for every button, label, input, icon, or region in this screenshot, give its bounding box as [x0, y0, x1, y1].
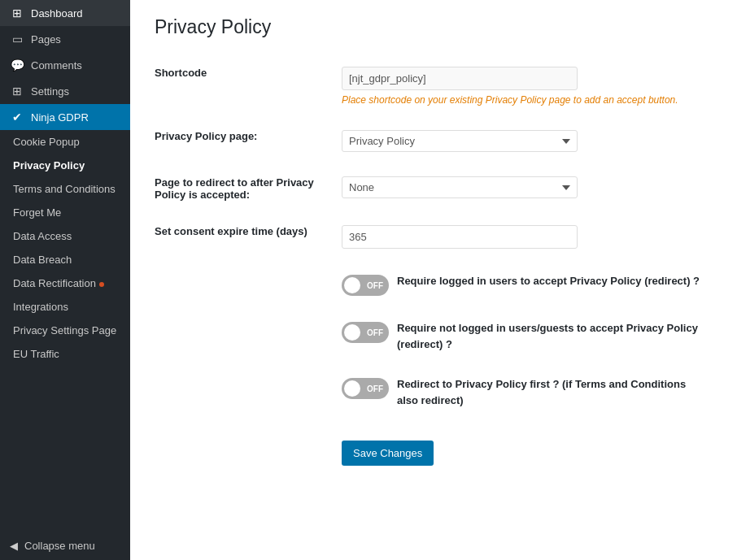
- collapse-menu-button[interactable]: ◀ Collapse menu: [0, 532, 130, 560]
- sidebar-item-privacy-settings-page[interactable]: Privacy Settings Page: [0, 319, 130, 342]
- toggle-slider: Off: [342, 322, 389, 343]
- pages-icon: ▭: [10, 33, 24, 46]
- toggle-off-label: Off: [367, 384, 383, 393]
- save-cell: Save Changes: [334, 420, 713, 478]
- comments-icon: 💬: [10, 59, 24, 72]
- save-label-cell: [155, 420, 334, 478]
- redirect-page-row: Page to redirect to after Privacy Policy…: [155, 164, 713, 213]
- expire-days-row: Set consent expire time (days): [155, 213, 713, 261]
- sidebar-item-comments[interactable]: 💬 Comments: [0, 52, 130, 78]
- sidebar-item-integrations[interactable]: Integrations: [0, 295, 130, 319]
- save-button[interactable]: Save Changes: [342, 441, 434, 466]
- sidebar-item-eu-traffic[interactable]: EU Traffic: [0, 342, 130, 366]
- require-not-logged-in-row: Off Require not logged in users/guests t…: [155, 308, 713, 364]
- form-table: Shortcode Place shortcode on your existi…: [155, 54, 713, 478]
- privacy-policy-page-select[interactable]: Privacy Policy None: [342, 130, 578, 152]
- dashboard-icon: ⊞: [10, 7, 24, 20]
- sidebar-item-privacy-policy[interactable]: Privacy Policy: [0, 154, 130, 177]
- redirect-privacy-first-wrapper: Off Redirect to Privacy Policy first ? (…: [342, 376, 704, 408]
- privacy-policy-page-label: Privacy Policy page:: [155, 118, 334, 164]
- toggle-off-label: Off: [367, 328, 383, 337]
- ninja-gdpr-icon: ✔: [10, 111, 24, 124]
- sidebar-item-dashboard[interactable]: ⊞ Dashboard: [0, 0, 130, 26]
- expire-days-input[interactable]: [342, 225, 578, 249]
- shortcode-input[interactable]: [342, 67, 578, 90]
- toggle-slider: Off: [342, 378, 389, 399]
- require-logged-in-row: Off Require logged in users to accept Pr…: [155, 261, 713, 308]
- redirect-page-label: Page to redirect to after Privacy Policy…: [155, 164, 334, 213]
- shortcode-cell: Place shortcode on your existing Privacy…: [334, 54, 713, 118]
- sidebar-item-terms-and-conditions[interactable]: Terms and Conditions: [0, 177, 130, 201]
- sidebar-item-forget-me[interactable]: Forget Me: [0, 201, 130, 224]
- sidebar-item-label: Settings: [31, 85, 69, 98]
- expire-days-cell: [334, 213, 713, 261]
- redirect-privacy-first-text: Redirect to Privacy Policy first ? (if T…: [397, 376, 704, 408]
- save-row: Save Changes: [155, 420, 713, 478]
- main-content: Privacy Policy Shortcode Place shortcode…: [130, 0, 737, 560]
- shortcode-row: Shortcode Place shortcode on your existi…: [155, 54, 713, 118]
- sidebar-item-pages[interactable]: ▭ Pages: [0, 26, 130, 52]
- redirect-page-cell: None Privacy Policy: [334, 164, 713, 213]
- sidebar-item-label: Ninja GDPR: [31, 111, 89, 124]
- redirect-privacy-first-label: [155, 364, 334, 420]
- redirect-privacy-first-toggle[interactable]: Off: [342, 378, 389, 399]
- redirect-privacy-first-cell: Off Redirect to Privacy Policy first ? (…: [334, 364, 713, 420]
- sidebar-item-label: Comments: [31, 59, 82, 72]
- collapse-label: Collapse menu: [24, 540, 95, 552]
- require-not-logged-in-toggle[interactable]: Off: [342, 322, 389, 343]
- require-not-logged-in-text: Require not logged in users/guests to ac…: [397, 320, 704, 352]
- sidebar-item-label: Pages: [31, 33, 61, 46]
- shortcode-label: Shortcode: [155, 54, 334, 118]
- settings-icon: ⊞: [10, 85, 24, 98]
- require-logged-in-text: Require logged in users to accept Privac…: [397, 273, 700, 289]
- sidebar-item-data-rectification[interactable]: Data Rectification: [0, 271, 130, 295]
- sidebar-submenu: Cookie Popup Privacy Policy Terms and Co…: [0, 130, 130, 366]
- sidebar: ⊞ Dashboard ▭ Pages 💬 Comments ⊞ Setting…: [0, 0, 130, 560]
- require-logged-in-toggle[interactable]: Off: [342, 275, 389, 296]
- privacy-policy-page-row: Privacy Policy page: Privacy Policy None: [155, 118, 713, 164]
- redirect-page-select[interactable]: None Privacy Policy: [342, 176, 578, 198]
- sidebar-item-ninja-gdpr[interactable]: ✔ Ninja GDPR: [0, 104, 130, 130]
- page-title: Privacy Policy: [155, 16, 713, 38]
- privacy-policy-page-cell: Privacy Policy None: [334, 118, 713, 164]
- sidebar-item-data-access[interactable]: Data Access: [0, 224, 130, 248]
- expire-days-label: Set consent expire time (days): [155, 213, 334, 261]
- collapse-icon: ◀: [10, 540, 18, 552]
- require-logged-in-label: [155, 261, 334, 308]
- sidebar-item-data-breach[interactable]: Data Breach: [0, 248, 130, 271]
- require-not-logged-in-label: [155, 308, 334, 364]
- sidebar-item-label: Dashboard: [31, 7, 83, 20]
- require-not-logged-in-wrapper: Off Require not logged in users/guests t…: [342, 320, 704, 352]
- toggle-off-label: Off: [367, 281, 383, 290]
- sidebar-item-cookie-popup[interactable]: Cookie Popup: [0, 130, 130, 154]
- toggle-slider: Off: [342, 275, 389, 296]
- require-logged-in-cell: Off Require logged in users to accept Pr…: [334, 261, 713, 308]
- shortcode-hint: Place shortcode on your existing Privacy…: [342, 94, 704, 106]
- redirect-privacy-first-row: Off Redirect to Privacy Policy first ? (…: [155, 364, 713, 420]
- sidebar-item-settings[interactable]: ⊞ Settings: [0, 78, 130, 104]
- require-not-logged-in-cell: Off Require not logged in users/guests t…: [334, 308, 713, 364]
- require-logged-in-wrapper: Off Require logged in users to accept Pr…: [342, 273, 704, 296]
